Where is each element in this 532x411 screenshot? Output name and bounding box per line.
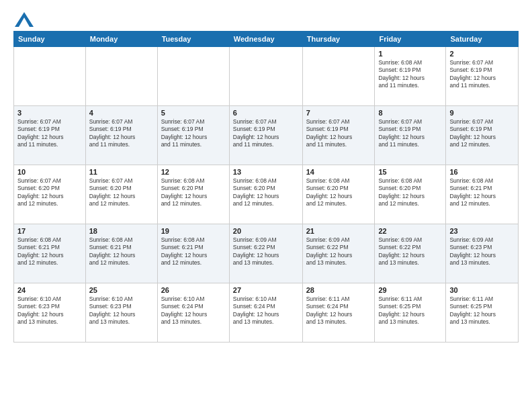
calendar-cell: 17Sunrise: 6:08 AM Sunset: 6:21 PM Dayli…	[14, 224, 86, 283]
day-info: Sunrise: 6:09 AM Sunset: 6:23 PM Dayligh…	[449, 236, 515, 267]
week-row-1: 1Sunrise: 6:08 AM Sunset: 6:19 PM Daylig…	[14, 47, 519, 106]
day-info: Sunrise: 6:08 AM Sunset: 6:19 PM Dayligh…	[378, 59, 442, 90]
header	[13, 12, 519, 24]
day-info: Sunrise: 6:07 AM Sunset: 6:19 PM Dayligh…	[449, 59, 515, 90]
weekday-tuesday: Tuesday	[157, 32, 229, 47]
calendar-cell: 9Sunrise: 6:07 AM Sunset: 6:19 PM Daylig…	[446, 106, 519, 165]
day-number: 21	[306, 227, 371, 235]
calendar-cell: 28Sunrise: 6:11 AM Sunset: 6:24 PM Dayli…	[302, 283, 375, 342]
calendar-cell	[229, 47, 302, 106]
day-number: 2	[449, 50, 515, 58]
day-number: 13	[233, 168, 299, 176]
day-info: Sunrise: 6:11 AM Sunset: 6:25 PM Dayligh…	[449, 295, 515, 326]
day-info: Sunrise: 6:10 AM Sunset: 6:24 PM Dayligh…	[233, 295, 299, 326]
day-info: Sunrise: 6:07 AM Sunset: 6:19 PM Dayligh…	[17, 118, 82, 149]
day-number: 24	[17, 286, 82, 294]
day-info: Sunrise: 6:08 AM Sunset: 6:20 PM Dayligh…	[161, 177, 226, 208]
day-info: Sunrise: 6:08 AM Sunset: 6:21 PM Dayligh…	[449, 177, 515, 208]
calendar-cell: 6Sunrise: 6:07 AM Sunset: 6:19 PM Daylig…	[229, 106, 302, 165]
day-number: 11	[89, 168, 154, 176]
logo	[13, 12, 34, 24]
calendar-cell: 16Sunrise: 6:08 AM Sunset: 6:21 PM Dayli…	[446, 165, 519, 224]
day-number: 22	[378, 227, 442, 235]
day-info: Sunrise: 6:07 AM Sunset: 6:19 PM Dayligh…	[306, 118, 371, 149]
calendar-cell	[302, 47, 375, 106]
weekday-friday: Friday	[375, 32, 446, 47]
logo-text	[13, 12, 34, 27]
day-info: Sunrise: 6:08 AM Sunset: 6:21 PM Dayligh…	[17, 236, 82, 267]
calendar-cell: 2Sunrise: 6:07 AM Sunset: 6:19 PM Daylig…	[446, 47, 519, 106]
day-number: 18	[89, 227, 154, 235]
weekday-thursday: Thursday	[302, 32, 375, 47]
calendar-cell: 25Sunrise: 6:10 AM Sunset: 6:23 PM Dayli…	[85, 283, 157, 342]
calendar-cell: 18Sunrise: 6:08 AM Sunset: 6:21 PM Dayli…	[85, 224, 157, 283]
calendar-cell: 1Sunrise: 6:08 AM Sunset: 6:19 PM Daylig…	[375, 47, 446, 106]
calendar-cell: 29Sunrise: 6:11 AM Sunset: 6:25 PM Dayli…	[375, 283, 446, 342]
day-info: Sunrise: 6:08 AM Sunset: 6:21 PM Dayligh…	[89, 236, 154, 267]
day-number: 10	[17, 168, 82, 176]
day-number: 27	[233, 286, 299, 294]
day-number: 5	[161, 109, 226, 117]
calendar-cell: 11Sunrise: 6:07 AM Sunset: 6:20 PM Dayli…	[85, 165, 157, 224]
calendar-cell: 21Sunrise: 6:09 AM Sunset: 6:22 PM Dayli…	[302, 224, 375, 283]
day-info: Sunrise: 6:07 AM Sunset: 6:20 PM Dayligh…	[17, 177, 82, 208]
calendar-cell: 3Sunrise: 6:07 AM Sunset: 6:19 PM Daylig…	[14, 106, 86, 165]
day-number: 29	[378, 286, 442, 294]
day-number: 17	[17, 227, 82, 235]
calendar-cell: 30Sunrise: 6:11 AM Sunset: 6:25 PM Dayli…	[446, 283, 519, 342]
weekday-wednesday: Wednesday	[229, 32, 302, 47]
calendar-cell: 24Sunrise: 6:10 AM Sunset: 6:23 PM Dayli…	[14, 283, 86, 342]
day-number: 30	[449, 286, 515, 294]
day-number: 26	[161, 286, 226, 294]
weekday-header-row: SundayMondayTuesdayWednesdayThursdayFrid…	[14, 32, 519, 47]
day-info: Sunrise: 6:09 AM Sunset: 6:22 PM Dayligh…	[233, 236, 299, 267]
day-info: Sunrise: 6:10 AM Sunset: 6:24 PM Dayligh…	[161, 295, 226, 326]
weekday-monday: Monday	[85, 32, 157, 47]
calendar-cell	[14, 47, 86, 106]
day-info: Sunrise: 6:07 AM Sunset: 6:19 PM Dayligh…	[233, 118, 299, 149]
day-number: 9	[449, 109, 515, 117]
day-number: 8	[378, 109, 442, 117]
week-row-4: 17Sunrise: 6:08 AM Sunset: 6:21 PM Dayli…	[14, 224, 519, 283]
day-number: 14	[306, 168, 371, 176]
day-info: Sunrise: 6:11 AM Sunset: 6:25 PM Dayligh…	[378, 295, 442, 326]
day-info: Sunrise: 6:08 AM Sunset: 6:20 PM Dayligh…	[378, 177, 442, 208]
calendar: SundayMondayTuesdayWednesdayThursdayFrid…	[13, 31, 519, 342]
day-info: Sunrise: 6:10 AM Sunset: 6:23 PM Dayligh…	[89, 295, 154, 326]
day-number: 23	[449, 227, 515, 235]
calendar-cell: 19Sunrise: 6:08 AM Sunset: 6:21 PM Dayli…	[157, 224, 229, 283]
calendar-cell: 5Sunrise: 6:07 AM Sunset: 6:19 PM Daylig…	[157, 106, 229, 165]
day-number: 12	[161, 168, 226, 176]
calendar-cell: 26Sunrise: 6:10 AM Sunset: 6:24 PM Dayli…	[157, 283, 229, 342]
day-number: 3	[17, 109, 82, 117]
day-info: Sunrise: 6:08 AM Sunset: 6:20 PM Dayligh…	[306, 177, 371, 208]
day-number: 4	[89, 109, 154, 117]
calendar-cell: 20Sunrise: 6:09 AM Sunset: 6:22 PM Dayli…	[229, 224, 302, 283]
week-row-3: 10Sunrise: 6:07 AM Sunset: 6:20 PM Dayli…	[14, 165, 519, 224]
weekday-saturday: Saturday	[446, 32, 519, 47]
day-number: 15	[378, 168, 442, 176]
day-info: Sunrise: 6:09 AM Sunset: 6:22 PM Dayligh…	[378, 236, 442, 267]
page: SundayMondayTuesdayWednesdayThursdayFrid…	[0, 0, 532, 349]
day-info: Sunrise: 6:10 AM Sunset: 6:23 PM Dayligh…	[17, 295, 82, 326]
day-info: Sunrise: 6:07 AM Sunset: 6:19 PM Dayligh…	[89, 118, 154, 149]
calendar-cell: 27Sunrise: 6:10 AM Sunset: 6:24 PM Dayli…	[229, 283, 302, 342]
calendar-cell: 7Sunrise: 6:07 AM Sunset: 6:19 PM Daylig…	[302, 106, 375, 165]
day-info: Sunrise: 6:11 AM Sunset: 6:24 PM Dayligh…	[306, 295, 371, 326]
calendar-cell: 14Sunrise: 6:08 AM Sunset: 6:20 PM Dayli…	[302, 165, 375, 224]
calendar-cell: 12Sunrise: 6:08 AM Sunset: 6:20 PM Dayli…	[157, 165, 229, 224]
day-info: Sunrise: 6:07 AM Sunset: 6:19 PM Dayligh…	[378, 118, 442, 149]
week-row-2: 3Sunrise: 6:07 AM Sunset: 6:19 PM Daylig…	[14, 106, 519, 165]
calendar-cell: 13Sunrise: 6:08 AM Sunset: 6:20 PM Dayli…	[229, 165, 302, 224]
day-info: Sunrise: 6:09 AM Sunset: 6:22 PM Dayligh…	[306, 236, 371, 267]
day-number: 28	[306, 286, 371, 294]
calendar-cell	[157, 47, 229, 106]
calendar-cell: 10Sunrise: 6:07 AM Sunset: 6:20 PM Dayli…	[14, 165, 86, 224]
day-info: Sunrise: 6:07 AM Sunset: 6:20 PM Dayligh…	[89, 177, 154, 208]
day-number: 1	[378, 50, 442, 58]
day-number: 7	[306, 109, 371, 117]
day-info: Sunrise: 6:08 AM Sunset: 6:20 PM Dayligh…	[233, 177, 299, 208]
calendar-cell: 22Sunrise: 6:09 AM Sunset: 6:22 PM Dayli…	[375, 224, 446, 283]
week-row-5: 24Sunrise: 6:10 AM Sunset: 6:23 PM Dayli…	[14, 283, 519, 342]
calendar-cell: 23Sunrise: 6:09 AM Sunset: 6:23 PM Dayli…	[446, 224, 519, 283]
